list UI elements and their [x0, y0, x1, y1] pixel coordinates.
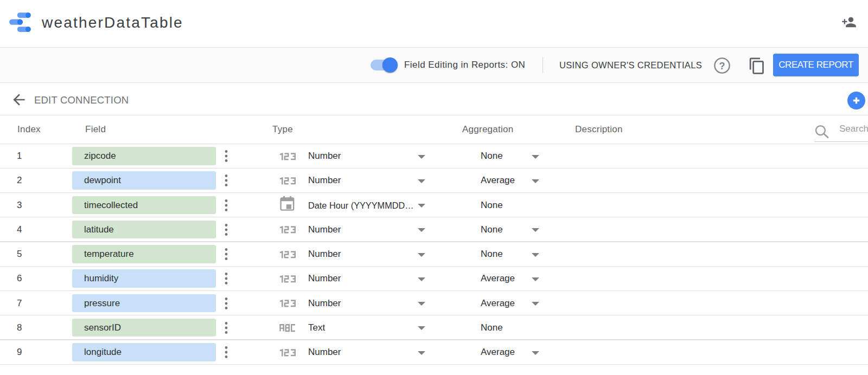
svg-text:?: ? [719, 61, 725, 72]
